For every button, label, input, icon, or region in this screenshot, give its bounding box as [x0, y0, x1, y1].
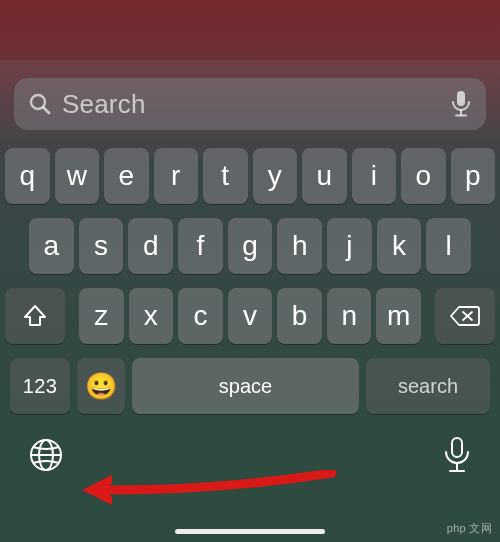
delete-key[interactable] — [435, 288, 495, 344]
key-v[interactable]: v — [228, 288, 273, 344]
key-d[interactable]: d — [128, 218, 173, 274]
keyboard-row-1: q w e r t y u i o p — [5, 148, 495, 204]
keyboard-dock — [0, 414, 500, 478]
microphone-icon — [442, 436, 472, 474]
key-t[interactable]: t — [203, 148, 248, 204]
key-n[interactable]: n — [327, 288, 372, 344]
key-h[interactable]: h — [277, 218, 322, 274]
keyboard-row-3: z x c v b n m — [5, 288, 495, 344]
key-c[interactable]: c — [178, 288, 223, 344]
key-o[interactable]: o — [401, 148, 446, 204]
numbers-key[interactable]: 123 — [10, 358, 70, 414]
key-g[interactable]: g — [228, 218, 273, 274]
keyboard-row-2: a s d f g h j k l — [5, 218, 495, 274]
shift-key[interactable] — [5, 288, 65, 344]
key-k[interactable]: k — [377, 218, 422, 274]
key-l[interactable]: l — [426, 218, 471, 274]
delete-icon — [450, 305, 480, 327]
key-r[interactable]: r — [154, 148, 199, 204]
emoji-key[interactable]: 😀 — [77, 358, 125, 414]
key-a[interactable]: a — [29, 218, 74, 274]
key-e[interactable]: e — [104, 148, 149, 204]
key-s[interactable]: s — [79, 218, 124, 274]
search-container: Search — [0, 60, 500, 130]
key-y[interactable]: y — [253, 148, 298, 204]
svg-line-1 — [43, 107, 49, 113]
svg-rect-2 — [457, 91, 465, 106]
key-q[interactable]: q — [5, 148, 50, 204]
keyboard-row-bottom: 123 😀 space search — [5, 358, 495, 414]
key-x[interactable]: x — [129, 288, 174, 344]
space-key[interactable]: space — [132, 358, 359, 414]
key-j[interactable]: j — [327, 218, 372, 274]
svg-rect-10 — [452, 438, 462, 457]
watermark: php 文网 — [447, 521, 492, 536]
dictation-icon[interactable] — [450, 90, 472, 118]
key-p[interactable]: p — [451, 148, 496, 204]
shift-icon — [22, 303, 48, 329]
key-z[interactable]: z — [79, 288, 124, 344]
dictation-button[interactable] — [442, 436, 472, 478]
key-u[interactable]: u — [302, 148, 347, 204]
search-icon — [28, 92, 52, 116]
search-input[interactable]: Search — [14, 78, 486, 130]
home-indicator[interactable] — [175, 529, 325, 534]
annotation-arrow — [82, 470, 342, 530]
key-w[interactable]: w — [55, 148, 100, 204]
key-m[interactable]: m — [376, 288, 421, 344]
key-b[interactable]: b — [277, 288, 322, 344]
status-area — [0, 0, 500, 60]
keyboard: q w e r t y u i o p a s d f g h j k l z … — [0, 130, 500, 414]
globe-icon — [28, 437, 64, 473]
key-f[interactable]: f — [178, 218, 223, 274]
search-placeholder: Search — [62, 89, 450, 120]
key-i[interactable]: i — [352, 148, 397, 204]
search-key[interactable]: search — [366, 358, 490, 414]
svg-marker-13 — [82, 475, 112, 505]
globe-button[interactable] — [28, 437, 64, 477]
